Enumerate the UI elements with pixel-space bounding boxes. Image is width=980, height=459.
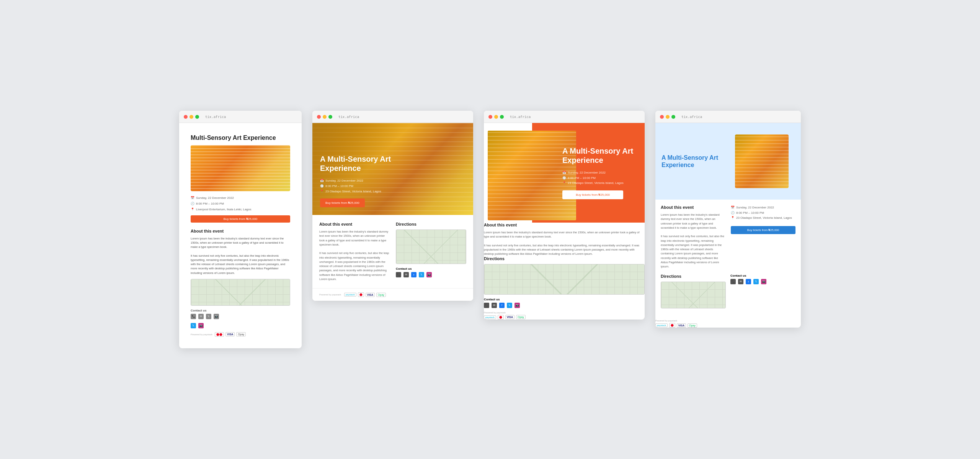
directions-title-2: Directions	[396, 222, 466, 226]
hero-meta-2: 📅 Sunday, 22 December 2022 🕗 8:00 PM – 1…	[320, 178, 393, 194]
clock-icon: 🕗	[191, 202, 194, 207]
instagram-icon[interactable]: 📷	[214, 314, 219, 319]
about-title-1: About this event	[191, 229, 290, 233]
powered-label-1: Powered by paystack	[191, 333, 212, 336]
screen4-content: A Multi-Sensory Art Experience About thi…	[655, 123, 801, 328]
calendar-icon-4: 📅	[731, 205, 735, 210]
browser-dots-4	[660, 115, 675, 119]
close-dot-4	[660, 115, 664, 119]
location-icon: 📍	[191, 207, 194, 212]
email-icon-3[interactable]: ✉	[492, 303, 497, 308]
map-1	[191, 279, 290, 306]
phone-icon[interactable]: 📞	[191, 314, 196, 319]
hero-text-area-3: A Multi-Sensory Art Experience 📅 Sunday,…	[556, 123, 645, 223]
minimize-dot-4	[666, 115, 670, 119]
paystack-icon-2: paystack	[344, 293, 356, 297]
hero-title-2: A Multi-Sensory Art Experience	[320, 154, 393, 173]
screen-1: tix.africa Multi-Sensory Art Experience …	[179, 111, 302, 348]
instagram-icon-2[interactable]: 📷	[426, 272, 432, 277]
map-3	[484, 264, 645, 295]
minimize-dot-2	[323, 115, 327, 119]
footer-4: Powered by paystack paystack ⬤ VISA Opay	[655, 316, 801, 328]
hero-text-area-4: A Multi-Sensory Art Experience	[662, 154, 735, 169]
phone-icon-4[interactable]: 📞	[730, 279, 736, 284]
facebook-icon-4[interactable]: f	[746, 279, 751, 284]
hero-image-lines-1	[191, 145, 290, 191]
about-title-3: About this event	[484, 223, 645, 227]
email-icon-4[interactable]: ✉	[738, 279, 743, 284]
directions-col-4: Directions	[661, 274, 726, 311]
mastercard-icon-2: ⬤	[358, 292, 364, 297]
buy-tickets-button-1[interactable]: Buy tickets from ₦25,000	[191, 215, 290, 223]
email-icon-2[interactable]: ✉	[403, 272, 409, 277]
map-roads-1	[191, 279, 290, 305]
directions-title-4: Directions	[661, 274, 726, 279]
powered-label-3: Powered by paystack	[484, 311, 506, 314]
location-icon-3: 📍	[562, 180, 566, 186]
browser-url-1: tix.africa	[205, 115, 226, 119]
minimize-dot-3	[494, 115, 498, 119]
about-text-1: Lorem ipsum has been the industry's stan…	[191, 236, 290, 275]
twitter-icon[interactable]: 𝕏	[206, 314, 211, 319]
visa-icon-4: VISA	[677, 323, 686, 328]
opay-icon: Opay	[236, 332, 246, 336]
buy-tickets-button-2[interactable]: Buy tickets from ₦25,000	[320, 198, 365, 207]
screen-2: tix.africa A Multi-Sensory Art Experienc…	[312, 111, 473, 301]
facebook-icon-2[interactable]: f	[411, 272, 416, 277]
buy-tickets-button-4[interactable]: Buy tickets from ₦25,000	[731, 226, 795, 234]
paystack-icon-4: paystack	[655, 323, 668, 327]
directions-col-3: Directions Contact us 📞 ✉ f 𝕏 📷	[484, 256, 645, 308]
powered-label-2: Powered by paystack	[319, 293, 341, 296]
thumb-lines-4	[735, 134, 789, 188]
email-icon[interactable]: ✉	[198, 314, 204, 319]
map-2	[396, 230, 466, 264]
calendar-icon-3: 📅	[562, 170, 566, 175]
directions-title-3: Directions	[484, 256, 645, 261]
browser-dots-1	[184, 115, 199, 119]
phone-icon-2[interactable]: 📞	[396, 272, 401, 277]
phone-icon-3[interactable]: 📞	[484, 303, 489, 308]
payment-icons-3: paystack ⬤ VISA Opay	[484, 315, 645, 320]
visa-icon: VISA	[225, 332, 235, 336]
facebook-icon-3[interactable]: f	[499, 303, 505, 308]
about-title-2: About this event	[319, 222, 390, 226]
browser-bar-3: tix.africa	[484, 111, 645, 123]
twitter-icon-3[interactable]: 𝕏	[507, 303, 512, 308]
map-roads-2	[396, 230, 466, 264]
payment-icons-4: paystack ⬤ VISA Opay	[655, 323, 801, 328]
mastercard-icon-4: ⬤	[669, 323, 675, 328]
twitter-icon-2[interactable]: 𝕏	[419, 272, 424, 277]
hero-title-3: A Multi-Sensory Art Experience	[562, 146, 639, 165]
footer-2: Powered by paystack paystack ⬤ VISA Opay	[312, 288, 473, 301]
location-icon-4: 📍	[731, 215, 735, 221]
browser-url-3: tix.africa	[510, 115, 531, 119]
visa-icon-2: VISA	[366, 293, 375, 297]
instagram-footer-icon[interactable]: 📷	[198, 323, 204, 328]
paystack-icon-3: paystack	[484, 315, 496, 319]
social-icons-1: 📞 ✉ 𝕏 📷	[191, 314, 290, 319]
clock-icon-3: 🕗	[562, 175, 566, 181]
opay-icon-4: Opay	[688, 323, 697, 328]
maximize-dot	[195, 115, 199, 119]
browser-dots-3	[488, 115, 504, 119]
twitter-icon-4[interactable]: 𝕏	[753, 279, 759, 284]
maximize-dot-3	[500, 115, 504, 119]
event-meta-right-4: 📅 Sunday, 22 December 2022 🕗 8:00 PM – 1…	[731, 205, 795, 221]
instagram-icon-3[interactable]: 📷	[514, 303, 520, 308]
screens-container: tix.africa Multi-Sensory Art Experience …	[179, 111, 801, 348]
main-content-2: About this event Lorem ipsum has been th…	[312, 215, 473, 288]
screen-3: tix.africa A Multi-Sensory Art Experienc…	[484, 111, 645, 320]
opay-icon-2: Opay	[376, 293, 386, 297]
browser-url-4: tix.africa	[681, 115, 702, 119]
map-4	[661, 282, 726, 308]
page-title-1: Multi-Sensory Art Experience	[191, 134, 290, 141]
instagram-icon-4[interactable]: 📷	[761, 279, 766, 284]
hero-meta-3: 📅 Sunday, 22 December 2022 🕗 8:00 PM – 1…	[562, 170, 639, 186]
dir-contact-4: Directions Contact us 📞 ✉ f 𝕏 📷	[655, 274, 801, 316]
visa-icon-3: VISA	[505, 315, 514, 319]
buy-tickets-button-3[interactable]: Buy tickets from ₦25,000	[562, 190, 623, 199]
close-dot-3	[488, 115, 492, 119]
twitter-footer-icon[interactable]: 𝕏	[191, 323, 196, 328]
calendar-icon-2: 📅	[320, 178, 324, 184]
about-col-3: About this event Lorem ipsum has been th…	[484, 223, 645, 256]
